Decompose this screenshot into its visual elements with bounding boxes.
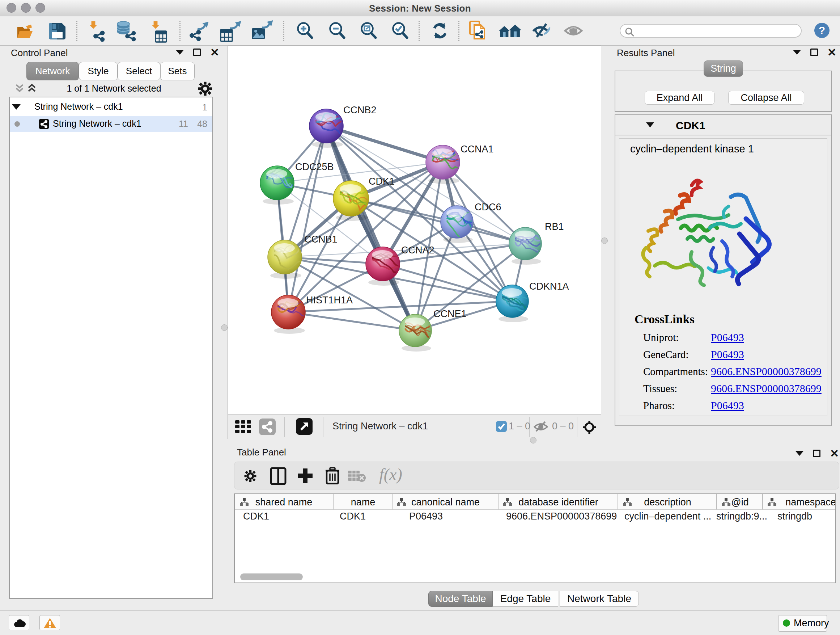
svg-text:CCNB2: CCNB2: [343, 105, 377, 116]
svg-text:CCNE1: CCNE1: [433, 309, 467, 319]
svg-text:CDK1: CDK1: [369, 176, 395, 187]
svg-text:CCNA2: CCNA2: [401, 245, 434, 256]
svg-text:HIST1H1A: HIST1H1A: [306, 295, 353, 306]
svg-text:CCNB1: CCNB1: [304, 234, 338, 245]
svg-text:CDC6: CDC6: [475, 202, 501, 212]
svg-text:CCNA1: CCNA1: [461, 144, 494, 155]
svg-text:RB1: RB1: [545, 221, 564, 232]
svg-text:CDC25B: CDC25B: [295, 162, 334, 172]
svg-text:CDKN1A: CDKN1A: [529, 281, 569, 292]
